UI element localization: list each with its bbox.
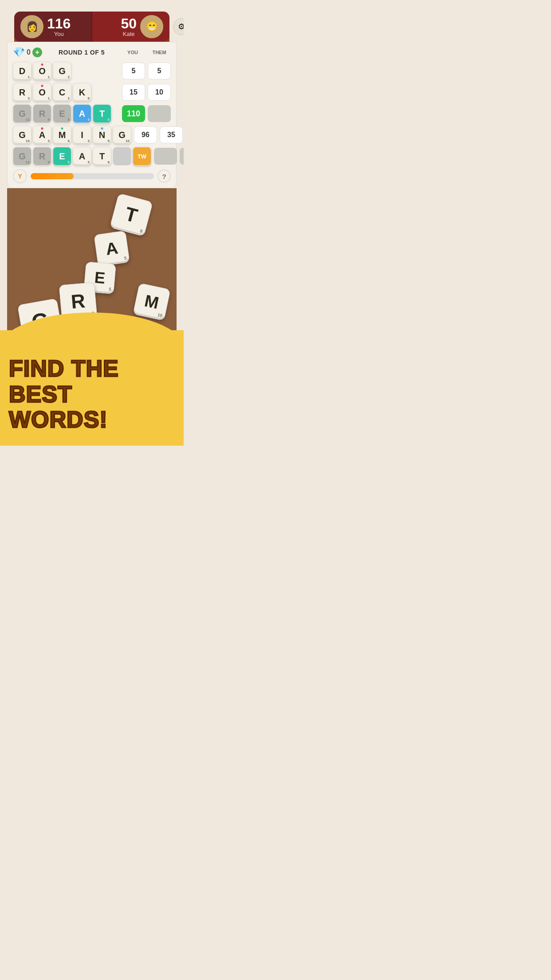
tile-G: G2 bbox=[53, 62, 71, 80]
word-row-2: R3 O1 C2 K8 15 10 bbox=[13, 83, 171, 102]
them-header: THEM bbox=[148, 50, 171, 55]
tile-R5: R9 bbox=[33, 147, 51, 166]
score-them-1: 5 bbox=[148, 63, 171, 79]
timer-icon: Y bbox=[13, 169, 27, 183]
score-you-5 bbox=[154, 148, 177, 165]
player1-score: 116 bbox=[47, 16, 71, 31]
game-area: 💎 0 + ROUND 1 OF 5 YOU THEM D1 O1 G2 5 5 bbox=[7, 42, 177, 188]
header: 👩 116 You 50 Kate 😁 ⚙ bbox=[0, 0, 184, 42]
bottom-section: FIND THE BEST WORDS! bbox=[0, 330, 184, 446]
tile-G4: G10 bbox=[13, 126, 31, 144]
score-them-3 bbox=[148, 105, 171, 122]
player2-name: Kate bbox=[121, 31, 137, 37]
headline-line2: BEST WORDS! bbox=[9, 382, 175, 432]
player1-section: 👩 116 You bbox=[14, 12, 91, 42]
tile-T3: T8 bbox=[93, 104, 111, 123]
tile-E3: E5 bbox=[53, 104, 71, 123]
tile-O: O1 bbox=[33, 62, 51, 80]
tile-N4: N5 bbox=[93, 126, 111, 144]
tile-K: K8 bbox=[73, 83, 91, 102]
round-label: ROUND 1 OF 5 bbox=[42, 49, 121, 56]
falling-tile-T: T8 bbox=[110, 193, 153, 237]
player1-name: You bbox=[47, 31, 71, 37]
you-header: YOU bbox=[121, 50, 144, 55]
gem-count: 0 bbox=[27, 48, 31, 56]
gem-icon: 💎 bbox=[13, 47, 25, 58]
falling-area: T8 A5 E5 R9 G12 M10 C3 bbox=[7, 188, 177, 330]
score-you-3: 110 bbox=[122, 105, 145, 122]
score-you-4: 96 bbox=[134, 126, 157, 143]
tile-M4: M6 bbox=[53, 126, 71, 144]
tile-E5: E5 bbox=[53, 147, 71, 166]
tile-O2: O1 bbox=[33, 83, 51, 102]
score-you-2: 15 bbox=[122, 84, 145, 101]
tile-G4b: G10 bbox=[113, 126, 131, 144]
player2-section: 50 Kate 😁 bbox=[92, 12, 169, 42]
tile-C: C2 bbox=[53, 83, 71, 102]
word-rows: D1 O1 G2 5 5 R3 O1 C2 K8 bbox=[13, 62, 171, 166]
tile-G5: G12 bbox=[13, 147, 31, 166]
tile-I4: I3 bbox=[73, 126, 91, 144]
add-gem-button[interactable]: + bbox=[32, 47, 42, 57]
help-button[interactable]: ? bbox=[157, 170, 171, 183]
player1-avatar: 👩 bbox=[20, 15, 43, 38]
tile-R3: R9 bbox=[33, 104, 51, 123]
tile-A3: A5 bbox=[73, 104, 91, 123]
falling-tile-A: A5 bbox=[94, 230, 130, 266]
word-row-3: G12 R9 E5 A5 T8 110 bbox=[13, 104, 171, 123]
player2-avatar: 😁 bbox=[140, 15, 163, 38]
tile-TW5: TW bbox=[133, 147, 151, 166]
score-them-2: 10 bbox=[148, 84, 171, 101]
top-bar: 💎 0 + ROUND 1 OF 5 YOU THEM bbox=[13, 47, 171, 58]
score-you-1: 5 bbox=[122, 63, 145, 79]
word-row-1: D1 O1 G2 5 5 bbox=[13, 62, 171, 80]
tile-T5: T8 bbox=[93, 147, 111, 166]
timer-bar-section: Y ? bbox=[13, 169, 171, 183]
player2-score: 50 bbox=[121, 16, 137, 31]
word-row-5: G12 R9 E5 A5 T8 TW bbox=[13, 147, 171, 166]
gear-icon: ⚙ bbox=[178, 22, 184, 32]
score-them-5 bbox=[180, 148, 184, 165]
word-row-4: G10 A3 M6 I3 N5 G10 96 35 bbox=[13, 126, 171, 144]
timer-fill bbox=[31, 173, 74, 179]
score-them-4: 35 bbox=[160, 126, 183, 143]
settings-button[interactable]: ⚙ bbox=[173, 18, 184, 35]
headline-line1: FIND THE bbox=[9, 356, 175, 381]
falling-tile-M: M10 bbox=[133, 283, 170, 320]
scoreboard: 👩 116 You 50 Kate 😁 ⚙ bbox=[14, 12, 169, 42]
tile-A5: A5 bbox=[73, 147, 91, 166]
bottom-headline: FIND THE BEST WORDS! bbox=[9, 356, 175, 432]
tile-G3: G12 bbox=[13, 104, 31, 123]
tile-D: D1 bbox=[13, 62, 31, 80]
tile-R: R3 bbox=[13, 83, 31, 102]
timer-track bbox=[31, 173, 154, 179]
tile-A4: A3 bbox=[33, 126, 51, 144]
tile-empty5 bbox=[113, 147, 131, 166]
